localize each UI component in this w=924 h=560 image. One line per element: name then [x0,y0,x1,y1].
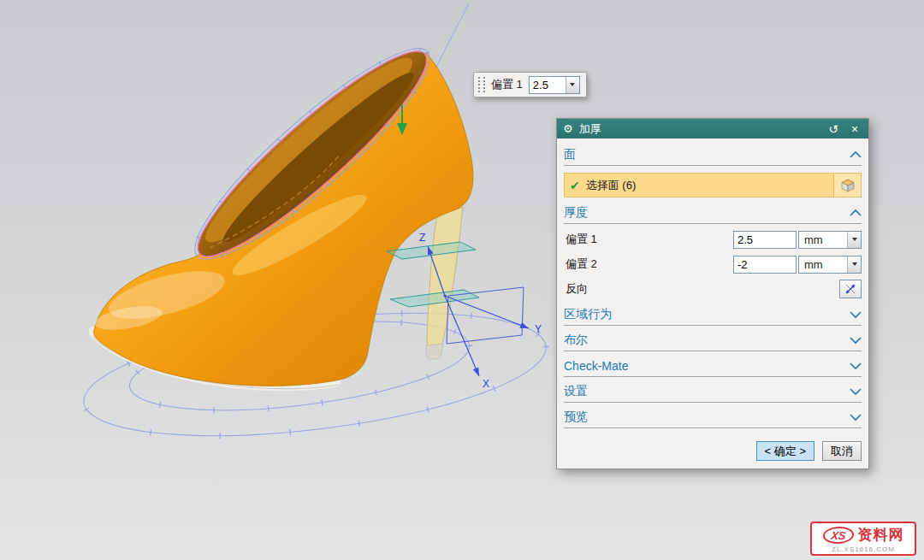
section-thickness-header[interactable]: 厚度 [564,203,862,224]
reset-icon[interactable]: ↺ [826,123,841,135]
chevron-down-icon [852,238,857,241]
chevron-down-icon [852,262,857,266]
reverse-direction-button[interactable] [839,280,862,298]
shoe-body[interactable] [93,52,473,386]
section-boolean-title: 布尔 [564,333,588,348]
cube-icon [840,178,856,193]
offset1-unit-dropdown[interactable] [847,232,861,248]
section-checkmate[interactable]: Check-Mate [564,356,862,377]
check-icon: ✔ [570,179,580,192]
section-region-behavior-title: 区域行为 [564,307,612,322]
chevron-down-icon[interactable] [850,362,862,370]
watermark-site: ZL.XS1616.COM [815,545,911,553]
thicken-dialog[interactable]: ⚙ 加厚 ↺ × 面 ✔ 选择面 (6) 厚度 [556,118,869,469]
offset2-row: 偏置 2 mm [564,255,862,274]
section-face-header[interactable]: 面 [564,144,862,166]
offset1-label: 偏置 1 [564,232,733,247]
section-thickness-title: 厚度 [564,205,588,221]
offset1-mini-label: 偏置 1 [491,77,523,92]
offset2-unit-dropdown[interactable] [847,256,861,273]
offset2-unit-combo[interactable]: mm [798,256,862,274]
offset1-mini-dropdown-button[interactable] [566,77,579,93]
axis-label-y: Y [535,323,542,335]
watermark-row: XS 资料网 [815,525,911,545]
offset1-input[interactable] [733,231,797,249]
select-face-row[interactable]: ✔ 选择面 (6) [564,173,862,197]
reverse-row: 反向 [564,280,862,298]
select-face-field[interactable]: ✔ 选择面 (6) [565,174,833,197]
watermark: XS 资料网 ZL.XS1616.COM [810,522,916,556]
offset1-row: 偏置 1 mm [564,230,862,249]
section-boolean[interactable]: 布尔 [564,330,862,351]
dialog-buttons: < 确定 > 取消 [564,441,862,461]
offset1-mini-input[interactable] [530,77,566,93]
dialog-title: 加厚 [579,121,820,137]
dialog-header[interactable]: ⚙ 加厚 ↺ × [557,119,868,139]
onscreen-input-toolbar[interactable]: 偏置 1 [473,72,587,97]
chevron-up-icon[interactable] [850,209,862,217]
chevron-down-icon[interactable] [850,310,862,319]
section-settings-title: 设置 [564,384,588,399]
section-preview-title: 预览 [564,410,588,425]
heel-tip-cap [426,344,443,359]
offset2-label: 偏置 2 [564,256,733,272]
chevron-down-icon [570,83,575,86]
section-settings[interactable]: 设置 [564,381,862,403]
gear-icon: ⚙ [563,123,573,134]
chevron-down-icon[interactable] [850,336,862,345]
select-face-label: 选择面 (6) [586,178,637,193]
section-face-title: 面 [564,147,576,162]
drag-handle[interactable] [478,77,485,92]
watermark-logo: XS [821,527,855,544]
offset2-input[interactable] [733,256,797,274]
dialog-body: 面 ✔ 选择面 (6) 厚度 偏置 1 [557,139,868,469]
section-preview[interactable]: 预览 [564,407,862,428]
offset2-unit: mm [799,256,847,273]
offset1-mini-combo[interactable] [529,76,580,94]
offset1-unit: mm [799,232,847,248]
watermark-brand: 资料网 [858,525,904,545]
close-icon[interactable]: × [847,123,862,135]
offset1-unit-combo[interactable]: mm [798,231,862,249]
reverse-label: 反向 [564,281,839,297]
face-filter-button[interactable] [833,174,861,197]
cancel-button[interactable]: 取消 [822,441,862,461]
axis-label-x: X [483,378,489,390]
chevron-up-icon[interactable] [850,150,862,159]
section-checkmate-title: Check-Mate [564,359,628,373]
axis-label-z: Z [419,232,425,244]
chevron-down-icon[interactable] [850,387,862,396]
reverse-direction-icon [844,282,857,296]
section-region-behavior[interactable]: 区域行为 [564,304,862,326]
ok-button[interactable]: < 确定 > [756,441,814,461]
chevron-down-icon[interactable] [850,413,862,421]
